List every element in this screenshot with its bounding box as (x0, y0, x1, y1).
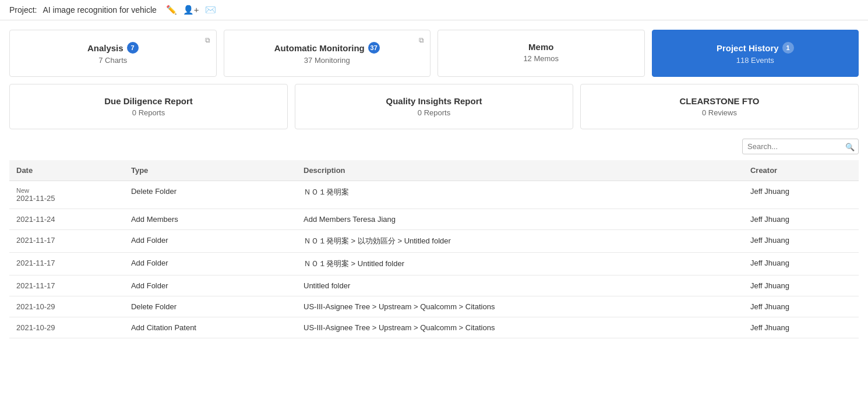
card-title-text: Quality Insights Report (386, 96, 482, 106)
date-value: 2021-11-25 (16, 194, 117, 203)
cell-date: 2021-10-29 (9, 317, 124, 338)
cell-creator: Jeff Jhuang (743, 181, 859, 209)
card-quality-insights[interactable]: Quality Insights Report 0 Reports (295, 84, 573, 129)
cell-type: Add Folder (124, 230, 297, 253)
search-icon: 🔍 (845, 142, 855, 151)
add-member-icon[interactable]: 👤+ (183, 5, 199, 15)
card-title: Project History1 (662, 42, 849, 54)
card-monitoring[interactable]: ⧉ Automatic Monitoring37 37 Monitoring (224, 30, 431, 77)
card-sub: 0 Reports (305, 108, 563, 117)
cell-description: US-III-Asignee Tree > Upstream > Qualcom… (297, 296, 743, 317)
cell-creator: Jeff Jhuang (743, 296, 859, 317)
card-title-text: CLEARSTONE FTO (680, 96, 760, 106)
card-title-text: Analysis (87, 43, 124, 53)
table-row: 2021-11-17Add FolderUntitled folderJeff … (9, 275, 859, 296)
card-title: Automatic Monitoring37 (234, 42, 421, 54)
top-bar: Project: AI image recognition for vehicl… (0, 0, 868, 20)
card-title-text: Due Diligence Report (104, 96, 193, 106)
history-table: DateTypeDescriptionCreator New2021-11-25… (9, 160, 859, 338)
table-row: 2021-10-29Add Citation PatentUS-III-Asig… (9, 317, 859, 338)
cell-description: ＮＯ１発明案 > 以功効區分 > Untitled folder (297, 230, 743, 253)
table-row: New2021-11-25Delete FolderＮＯ１発明案Jeff Jhu… (9, 181, 859, 209)
table-row: 2021-11-24Add MembersAdd Members Teresa … (9, 209, 859, 230)
table-section: 🔍 DateTypeDescriptionCreator New2021-11-… (0, 139, 868, 348)
card-clearstone[interactable]: CLEARSTONE FTO 0 Reviews (580, 84, 859, 129)
project-name: AI image recognition for vehicle (43, 5, 156, 15)
card-title: Memo (447, 42, 635, 52)
cell-description: US-III-Asignee Tree > Upstream > Qualcom… (297, 317, 743, 338)
project-label: Project: (9, 5, 37, 15)
cell-type: Add Members (124, 209, 297, 230)
col-type: Type (124, 160, 297, 181)
search-bar-row: 🔍 (9, 139, 859, 154)
date-value: 2021-11-24 (16, 215, 117, 224)
col-creator: Creator (743, 160, 859, 181)
cards-section: ⧉ Analysis7 7 Charts ⧉ Automatic Monitor… (0, 20, 868, 139)
card-title-text: Project History (717, 43, 779, 53)
col-description: Description (297, 160, 743, 181)
edit-icon[interactable]: ✏️ (166, 5, 177, 15)
card-title: Analysis7 (19, 42, 207, 54)
card-title: Due Diligence Report (19, 96, 278, 106)
cell-date: 2021-11-17 (9, 275, 124, 296)
card-sub: 0 Reviews (590, 108, 849, 117)
search-input[interactable] (742, 139, 859, 154)
card-badge: 7 (127, 42, 139, 54)
card-sub: 0 Reports (19, 108, 278, 117)
external-link-icon[interactable]: ⧉ (419, 36, 424, 44)
cell-date: 2021-10-29 (9, 296, 124, 317)
card-sub: 118 Events (662, 56, 849, 65)
card-title-text: Memo (528, 42, 553, 52)
cell-date: 2021-11-17 (9, 253, 124, 275)
search-wrap: 🔍 (742, 139, 859, 154)
email-icon[interactable]: ✉️ (205, 5, 216, 15)
cell-type: Add Citation Patent (124, 317, 297, 338)
card-badge: 1 (782, 42, 794, 54)
card-sub: 7 Charts (19, 56, 207, 65)
date-new-label: New (16, 187, 117, 194)
cell-creator: Jeff Jhuang (743, 230, 859, 253)
cell-description: Untitled folder (297, 275, 743, 296)
cell-date: 2021-11-17 (9, 230, 124, 253)
card-analysis[interactable]: ⧉ Analysis7 7 Charts (9, 30, 217, 77)
col-date: Date (9, 160, 124, 181)
card-sub: 37 Monitoring (234, 56, 421, 65)
table-row: 2021-11-17Add FolderＮＯ１発明案 > Untitled fo… (9, 253, 859, 275)
card-title: Quality Insights Report (305, 96, 563, 106)
top-bar-actions: ✏️ 👤+ ✉️ (166, 5, 216, 15)
card-memo[interactable]: Memo 12 Memos (437, 30, 645, 77)
date-value: 2021-10-29 (16, 323, 117, 332)
date-value: 2021-11-17 (16, 236, 117, 245)
cards-row-2: Due Diligence Report 0 Reports Quality I… (9, 84, 859, 129)
date-value: 2021-10-29 (16, 302, 117, 311)
cell-description: Add Members Teresa Jiang (297, 209, 743, 230)
external-link-icon[interactable]: ⧉ (205, 36, 210, 44)
cell-type: Add Folder (124, 275, 297, 296)
table-row: 2021-11-17Add FolderＮＯ１発明案 > 以功効區分 > Unt… (9, 230, 859, 253)
card-badge: 37 (368, 42, 380, 54)
card-title: CLEARSTONE FTO (590, 96, 849, 106)
cell-type: Add Folder (124, 253, 297, 275)
cell-creator: Jeff Jhuang (743, 253, 859, 275)
cell-description: ＮＯ１発明案 > Untitled folder (297, 253, 743, 275)
cell-creator: Jeff Jhuang (743, 209, 859, 230)
date-value: 2021-11-17 (16, 281, 117, 290)
card-sub: 12 Memos (447, 54, 635, 63)
cell-type: Delete Folder (124, 296, 297, 317)
cell-creator: Jeff Jhuang (743, 317, 859, 338)
cell-type: Delete Folder (124, 181, 297, 209)
cell-description: ＮＯ１発明案 (297, 181, 743, 209)
table-header: DateTypeDescriptionCreator (9, 160, 859, 181)
cell-date: New2021-11-25 (9, 181, 124, 209)
card-project-history[interactable]: Project History1 118 Events (652, 30, 859, 77)
table-row: 2021-10-29Delete FolderUS-III-Asignee Tr… (9, 296, 859, 317)
card-title-text: Automatic Monitoring (274, 43, 365, 53)
date-value: 2021-11-17 (16, 259, 117, 267)
cell-date: 2021-11-24 (9, 209, 124, 230)
table-body: New2021-11-25Delete FolderＮＯ１発明案Jeff Jhu… (9, 181, 859, 338)
cards-row-1: ⧉ Analysis7 7 Charts ⧉ Automatic Monitor… (9, 30, 859, 77)
card-due-diligence[interactable]: Due Diligence Report 0 Reports (9, 84, 288, 129)
cell-creator: Jeff Jhuang (743, 275, 859, 296)
